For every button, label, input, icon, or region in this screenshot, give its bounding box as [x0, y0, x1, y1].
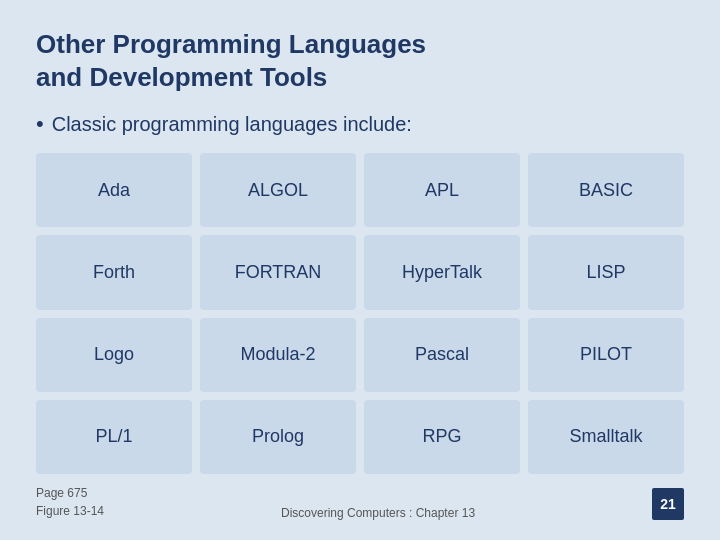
slide-title: Other Programming Languages and Developm…	[36, 28, 684, 93]
language-cell: Ada	[36, 153, 192, 227]
language-cell: PL/1	[36, 400, 192, 474]
language-cell: ALGOL	[200, 153, 356, 227]
subtitle: • Classic programming languages include:	[36, 111, 684, 137]
language-cell: Pascal	[364, 318, 520, 392]
language-cell: Modula-2	[200, 318, 356, 392]
title-line2: and Development Tools	[36, 62, 327, 92]
language-cell: APL	[364, 153, 520, 227]
language-cell: Smalltalk	[528, 400, 684, 474]
title-line1: Other Programming Languages	[36, 29, 426, 59]
slide: Other Programming Languages and Developm…	[0, 0, 720, 540]
language-cell: Forth	[36, 235, 192, 309]
bullet-point: •	[36, 111, 44, 137]
language-cell: Prolog	[200, 400, 356, 474]
language-cell: Logo	[36, 318, 192, 392]
subtitle-text: Classic programming languages include:	[52, 113, 412, 136]
language-cell: LISP	[528, 235, 684, 309]
language-cell: RPG	[364, 400, 520, 474]
language-cell: PILOT	[528, 318, 684, 392]
language-grid: AdaALGOLAPLBASICForthFORTRANHyperTalkLIS…	[36, 153, 684, 474]
language-cell: BASIC	[528, 153, 684, 227]
footer-left: Page 675 Figure 13-14	[36, 484, 104, 520]
language-cell: FORTRAN	[200, 235, 356, 309]
page-number-badge: 21	[652, 488, 684, 520]
page-number: 21	[660, 496, 676, 512]
footer-center: Discovering Computers : Chapter 13	[104, 506, 652, 520]
footer-caption: Discovering Computers : Chapter 13	[281, 506, 475, 520]
footer-figure: Figure 13-14	[36, 502, 104, 520]
footer-page: Page 675	[36, 484, 104, 502]
footer: Page 675 Figure 13-14 Discovering Comput…	[36, 484, 684, 520]
language-cell: HyperTalk	[364, 235, 520, 309]
